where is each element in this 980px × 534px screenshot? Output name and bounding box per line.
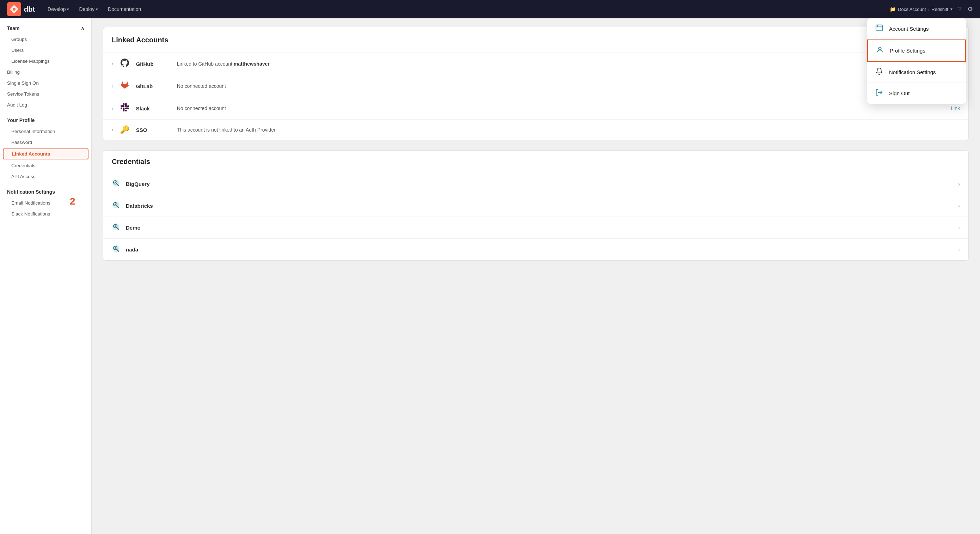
linked-accounts-header: Linked Accounts 1 — [103, 27, 968, 53]
sso-chevron[interactable]: › — [112, 127, 113, 132]
svg-point-9 — [115, 204, 116, 205]
sidebar-item-sso[interactable]: Single Sign On — [0, 78, 91, 89]
github-chevron[interactable]: › — [112, 61, 113, 67]
gitlab-name: GitLab — [136, 83, 171, 89]
sidebar-item-billing[interactable]: Billing — [0, 67, 91, 78]
dropdown-account-settings[interactable]: Account Settings — [867, 18, 966, 40]
github-icon — [119, 59, 130, 69]
gitlab-chevron[interactable]: › — [112, 83, 113, 89]
databricks-row[interactable]: Databricks › — [103, 195, 968, 217]
slack-status: No connected account — [177, 105, 945, 111]
your-profile-label: Your Profile — [7, 118, 35, 123]
svg-point-5 — [115, 182, 116, 183]
linked-accounts-title: Linked Accounts — [112, 36, 168, 44]
sidebar-item-service-tokens[interactable]: Service Tokens — [0, 89, 91, 99]
databricks-chevron: › — [958, 203, 960, 209]
sso-row: › 🔑 SSO This account is not linked to an… — [103, 120, 968, 140]
slack-icon — [119, 103, 130, 113]
develop-menu[interactable]: Develop — [43, 4, 73, 14]
logo[interactable]: dbt — [7, 2, 35, 16]
slack-row: › Slack No connected account Link — [103, 97, 968, 120]
svg-point-17 — [115, 247, 116, 249]
account-settings-label: Account Settings — [889, 26, 929, 32]
gitlab-icon — [119, 81, 130, 91]
sidebar: Team ∧ Groups Users License Mappings Bil… — [0, 18, 92, 534]
credentials-title: Credentials — [112, 158, 150, 166]
sidebar-item-password[interactable]: Password — [0, 137, 91, 148]
svg-point-22 — [878, 47, 881, 50]
dropdown-profile-settings[interactable]: Profile Settings — [867, 40, 966, 62]
slack-link[interactable]: Link — [951, 105, 960, 111]
notification-settings-icon — [874, 67, 884, 77]
databricks-icon — [112, 201, 120, 211]
bigquery-icon — [112, 179, 120, 189]
sso-status: This account is not linked to an Auth Pr… — [177, 127, 960, 132]
account-selector[interactable]: 📁 Docs Account / Redshift ▾ — [890, 6, 953, 12]
bigquery-chevron: › — [958, 181, 960, 187]
demo-chevron: › — [958, 225, 960, 231]
demo-row[interactable]: Demo › — [103, 217, 968, 239]
sidebar-item-email-notifications[interactable]: Email Notifications — [0, 198, 91, 209]
gitlab-status: No connected account — [177, 83, 945, 89]
nada-name: nada — [126, 247, 953, 253]
sidebar-item-linked-accounts[interactable]: Linked Accounts — [3, 148, 89, 159]
notification-settings-label: Notification Settings — [889, 69, 936, 75]
team-collapse-icon: ∧ — [81, 26, 84, 31]
logo-text: dbt — [24, 5, 35, 13]
documentation-link[interactable]: Documentation — [103, 4, 145, 14]
sso-icon: 🔑 — [119, 125, 130, 134]
bigquery-name: BigQuery — [126, 181, 953, 187]
account-name: Docs Account — [898, 7, 926, 12]
credentials-header: Credentials — [103, 151, 968, 173]
dropdown-menu: Account Settings Profile Settings Notifi… — [867, 18, 966, 104]
nada-icon — [112, 244, 120, 255]
sidebar-item-users[interactable]: Users — [0, 45, 91, 56]
team-label: Team — [7, 26, 20, 31]
github-status: Linked to GitHub account matthewshaver — [177, 61, 960, 67]
account-settings-icon — [874, 24, 884, 33]
nada-row[interactable]: nada › — [103, 239, 968, 260]
sidebar-item-slack-notifications[interactable]: Slack Notifications — [0, 209, 91, 219]
svg-point-1 — [13, 8, 16, 11]
demo-icon — [112, 223, 120, 233]
account-separator: / — [928, 7, 929, 12]
sidebar-item-groups[interactable]: Groups — [0, 34, 91, 45]
sidebar-item-personal-info[interactable]: Personal Information — [0, 126, 91, 137]
settings-icon[interactable]: ⚙ — [967, 5, 973, 13]
svg-point-13 — [115, 225, 116, 227]
sidebar-item-credentials[interactable]: Credentials — [0, 160, 91, 171]
slack-chevron[interactable]: › — [112, 105, 113, 111]
team-section-header[interactable]: Team ∧ — [0, 22, 91, 34]
gitlab-row: › GitLab No connected account Link — [103, 75, 968, 97]
databricks-name: Databricks — [126, 203, 953, 209]
bigquery-row[interactable]: BigQuery › — [103, 173, 968, 195]
linked-accounts-card: Linked Accounts 1 › GitHub Linked to Git… — [103, 27, 969, 140]
main-content: Linked Accounts 1 › GitHub Linked to Git… — [92, 18, 980, 534]
profile-settings-icon — [875, 46, 885, 55]
project-name: Redshift — [931, 7, 948, 12]
dropdown-sign-out[interactable]: Sign Out — [867, 83, 966, 104]
deploy-menu[interactable]: Deploy — [75, 4, 102, 14]
notification-settings-label: Notification Settings — [7, 189, 55, 195]
nada-chevron: › — [958, 247, 960, 253]
github-row: › GitHub Linked to GitHub account matthe… — [103, 53, 968, 75]
profile-settings-label: Profile Settings — [890, 48, 925, 54]
sidebar-item-audit-log[interactable]: Audit Log — [0, 99, 91, 110]
credentials-card: Credentials BigQuery › Databricks › — [103, 150, 969, 261]
your-profile-section-header: Your Profile — [0, 115, 91, 126]
dropdown-notification-settings[interactable]: Notification Settings — [867, 62, 966, 83]
github-name: GitHub — [136, 61, 171, 67]
help-icon[interactable]: ? — [958, 6, 962, 13]
topnav: dbt Develop Deploy Documentation 📁 Docs … — [0, 0, 980, 18]
layout: Team ∧ Groups Users License Mappings Bil… — [0, 18, 980, 534]
slack-name: Slack — [136, 105, 171, 112]
notification-section-header: Notification Settings — [0, 186, 91, 198]
linked-accounts-label: Linked Accounts — [12, 151, 50, 156]
sign-out-icon — [874, 89, 884, 98]
sign-out-label: Sign Out — [889, 90, 910, 96]
sidebar-item-api-access[interactable]: API Access — [0, 171, 91, 182]
sidebar-item-license-mappings[interactable]: License Mappings — [0, 56, 91, 67]
svg-rect-18 — [876, 25, 882, 31]
sso-name: SSO — [136, 127, 171, 133]
topnav-links: Develop Deploy Documentation — [43, 4, 890, 14]
